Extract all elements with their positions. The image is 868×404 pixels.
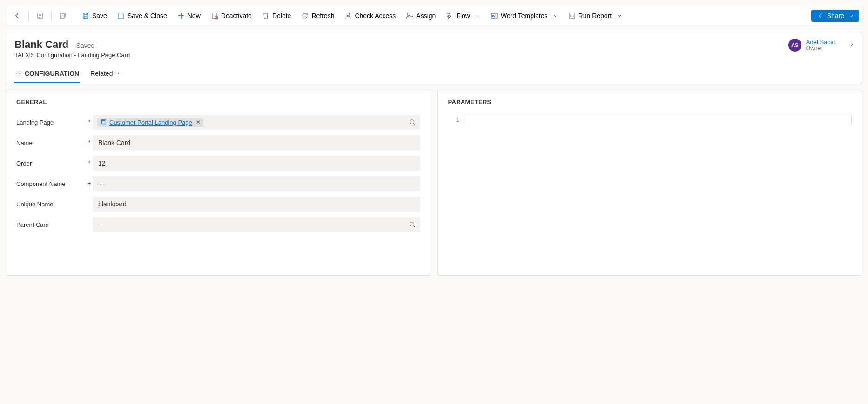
refresh-button[interactable]: Refresh <box>296 9 339 22</box>
parameters-section-title: PARAMETERS <box>448 99 852 106</box>
parameters-editor[interactable]: 1 <box>448 115 852 124</box>
share-button[interactable]: Share <box>811 10 859 22</box>
new-label: New <box>188 12 201 20</box>
separator <box>51 10 52 21</box>
order-input[interactable] <box>97 159 416 167</box>
save-close-icon <box>117 12 125 20</box>
deactivate-button[interactable]: Deactivate <box>206 9 256 22</box>
component-name-input-wrap <box>93 176 420 191</box>
run-report-button[interactable]: Run Report <box>564 9 627 22</box>
check-access-button[interactable]: Check Access <box>340 9 400 22</box>
recommended-indicator: * <box>86 160 93 166</box>
field-label: Name <box>16 139 86 146</box>
entity-icon <box>100 119 107 126</box>
form-icon <box>36 12 44 20</box>
chevron-down-icon <box>115 71 120 76</box>
field-component-name: Component Name + <box>16 176 420 191</box>
tab-configuration-label: CONFIGURATION <box>25 70 79 77</box>
separator <box>28 10 29 21</box>
field-parent-card: Parent Card <box>16 217 420 232</box>
unique-name-input-wrap <box>93 197 420 212</box>
save-label: Save <box>92 12 107 20</box>
record-title: Blank Card <box>14 39 68 50</box>
assign-button[interactable]: Assign <box>401 9 440 22</box>
general-panel: GENERAL Landing Page * Customer Portal L… <box>6 90 431 276</box>
separator <box>74 10 74 21</box>
svg-point-14 <box>410 222 414 226</box>
field-unique-name: Unique Name <box>16 197 420 212</box>
editor-line-input[interactable] <box>465 115 852 124</box>
unique-name-input[interactable] <box>97 200 416 208</box>
delete-button[interactable]: Delete <box>257 9 296 22</box>
deactivate-label: Deactivate <box>221 12 252 20</box>
back-button[interactable] <box>9 9 26 22</box>
chevron-down-icon <box>849 13 854 18</box>
trash-icon <box>262 12 269 20</box>
parameters-panel: PARAMETERS 1 <box>437 90 863 276</box>
share-icon <box>817 12 824 20</box>
lookup-pill: Customer Portal Landing Page ✕ <box>97 118 203 127</box>
svg-point-7 <box>407 13 410 16</box>
tab-bar: CONFIGURATION Related <box>14 66 854 84</box>
parent-card-lookup[interactable] <box>93 217 420 232</box>
check-access-icon <box>344 12 352 20</box>
owner-box[interactable]: AS Adel Sabic Owner <box>788 39 854 52</box>
owner-role: Owner <box>806 45 835 52</box>
required-indicator: * <box>86 119 93 126</box>
parent-card-input[interactable] <box>97 220 416 229</box>
lookup-link[interactable]: Customer Portal Landing Page <box>109 119 192 126</box>
search-icon[interactable] <box>409 119 416 126</box>
delete-label: Delete <box>272 12 291 20</box>
record-saved-label: - Saved <box>72 42 94 49</box>
form-grid: GENERAL Landing Page * Customer Portal L… <box>6 90 862 276</box>
command-bar: Save Save & Close New Deactivate Delete … <box>6 6 862 26</box>
svg-point-13 <box>410 120 414 124</box>
flow-icon <box>446 12 453 20</box>
save-button[interactable]: Save <box>77 9 112 22</box>
run-report-label: Run Report <box>579 12 612 20</box>
assign-label: Assign <box>416 12 436 20</box>
save-close-button[interactable]: Save & Close <box>113 9 172 22</box>
open-new-window-icon <box>59 12 67 20</box>
refresh-label: Refresh <box>311 12 334 20</box>
owner-name[interactable]: Adel Sabic <box>806 39 835 46</box>
svg-point-6 <box>347 13 350 16</box>
tab-related-label: Related <box>90 70 113 77</box>
editor-line-number: 1 <box>448 115 459 124</box>
field-label: Landing Page <box>16 119 86 126</box>
form-selector-button[interactable] <box>32 9 48 22</box>
recommended-indicator: + <box>86 180 93 187</box>
field-label: Order <box>16 160 86 167</box>
landing-page-lookup[interactable]: Customer Portal Landing Page ✕ <box>93 115 420 130</box>
assign-icon <box>406 12 413 20</box>
flow-button[interactable]: Flow <box>441 9 485 22</box>
deactivate-icon <box>211 12 218 20</box>
field-label: Parent Card <box>16 221 86 228</box>
chevron-down-icon <box>553 13 558 18</box>
share-label: Share <box>827 12 844 20</box>
chevron-down-icon <box>476 13 480 18</box>
gear-icon <box>15 70 22 77</box>
owner-avatar: AS <box>788 39 801 52</box>
svg-point-10 <box>18 73 20 74</box>
component-name-input[interactable] <box>97 179 416 188</box>
search-icon[interactable] <box>409 221 416 228</box>
tab-related[interactable]: Related <box>89 66 121 83</box>
arrow-left-icon <box>13 12 21 20</box>
order-input-wrap <box>93 156 420 171</box>
check-access-label: Check Access <box>355 12 396 20</box>
svg-rect-2 <box>84 13 87 15</box>
word-icon <box>491 12 498 20</box>
tab-configuration[interactable]: CONFIGURATION <box>14 66 80 83</box>
field-name: Name * <box>16 135 420 150</box>
remove-lookup-icon[interactable]: ✕ <box>196 119 201 126</box>
field-label: Unique Name <box>16 201 86 208</box>
open-in-new-button[interactable] <box>54 9 71 22</box>
refresh-icon <box>301 12 309 20</box>
word-templates-button[interactable]: Word Templates <box>486 9 563 22</box>
name-input[interactable] <box>97 139 416 147</box>
required-indicator: * <box>86 139 93 146</box>
new-button[interactable]: New <box>173 9 205 22</box>
field-order: Order * <box>16 156 420 171</box>
chevron-down-icon[interactable] <box>848 42 854 48</box>
